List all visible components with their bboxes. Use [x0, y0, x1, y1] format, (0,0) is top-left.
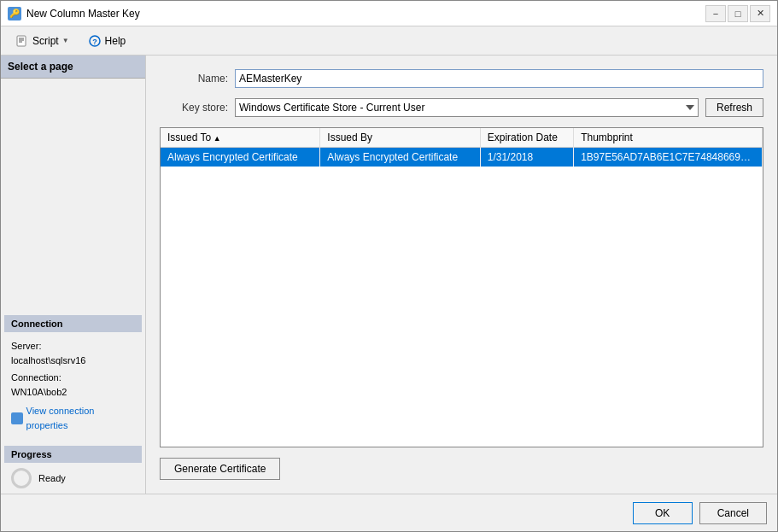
title-bar: 🔑 New Column Master Key − □ ✕: [1, 1, 777, 26]
sidebar-pages: [1, 79, 145, 308]
content-area: Name: Key store: Windows Certificate Sto…: [146, 56, 777, 494]
svg-text:?: ?: [92, 38, 97, 46]
generate-certificate-button[interactable]: Generate Certificate: [160, 458, 280, 480]
cell-thumbprint: 1B97E56AD7AB6E1C7E748486693AA8A43B9...: [574, 148, 763, 167]
window-controls: − □ ✕: [705, 5, 770, 22]
view-properties-link[interactable]: View connection properties: [11, 404, 135, 432]
script-label: Script: [32, 35, 59, 47]
connection-icon: [11, 412, 23, 424]
keystore-container: Windows Certificate Store - Current User…: [235, 98, 763, 117]
close-button[interactable]: ✕: [750, 5, 770, 22]
minimize-button[interactable]: −: [705, 5, 726, 22]
connection-header: Connection: [4, 315, 142, 332]
progress-header: Progress: [4, 446, 142, 463]
certificate-table-container: Issued To Issued By Expiration Date Thum…: [160, 127, 763, 447]
help-button[interactable]: ? Help: [80, 30, 134, 52]
table-row[interactable]: Always Encrypted CertificateAlways Encry…: [161, 148, 763, 167]
cancel-button[interactable]: Cancel: [699, 502, 767, 524]
keystore-select[interactable]: Windows Certificate Store - Current User…: [235, 98, 699, 117]
name-input[interactable]: [235, 69, 763, 88]
connection-value: WN10A\bob2: [11, 385, 135, 400]
table-header: Issued To Issued By Expiration Date Thum…: [161, 128, 763, 148]
key-icon: 🔑: [8, 7, 21, 20]
script-icon: [15, 34, 29, 48]
header-row: Issued To Issued By Expiration Date Thum…: [161, 128, 763, 148]
progress-section: Progress Ready: [1, 446, 145, 494]
server-value: localhost\sqlsrv16: [11, 354, 135, 368]
dialog-window: 🔑 New Column Master Key − □ ✕ Script ▼: [0, 0, 778, 532]
keystore-label: Key store:: [160, 102, 228, 114]
ok-button[interactable]: OK: [633, 502, 693, 524]
table-body: Always Encrypted CertificateAlways Encry…: [161, 148, 763, 167]
dialog-title: New Column Master Key: [26, 8, 140, 20]
refresh-button[interactable]: Refresh: [705, 98, 763, 117]
certificate-table: Issued To Issued By Expiration Date Thum…: [161, 128, 763, 167]
maximize-button[interactable]: □: [728, 5, 748, 22]
connection-section: Connection Server: localhost\sqlsrv16 Co…: [1, 315, 145, 436]
script-button[interactable]: Script ▼: [8, 30, 77, 52]
footer: OK Cancel: [1, 494, 777, 531]
toolbar: Script ▼ ? Help: [1, 26, 777, 56]
sidebar: Select a page Connection Server: localho…: [1, 56, 146, 494]
sidebar-header: Select a page: [1, 56, 145, 79]
script-dropdown-arrow: ▼: [62, 37, 69, 44]
col-expiration[interactable]: Expiration Date: [480, 128, 573, 148]
server-label: Server:: [11, 339, 135, 354]
view-properties-label: View connection properties: [26, 404, 135, 432]
keystore-row: Key store: Windows Certificate Store - C…: [160, 98, 763, 117]
server-info: Server: localhost\sqlsrv16 Connection: W…: [4, 336, 142, 436]
col-thumbprint[interactable]: Thumbprint: [574, 128, 763, 148]
svg-rect-0: [17, 36, 26, 46]
name-label: Name:: [160, 73, 228, 85]
connection-label: Connection:: [11, 371, 135, 385]
progress-content: Ready: [4, 463, 142, 494]
help-icon: ?: [88, 34, 102, 48]
name-row: Name:: [160, 69, 763, 88]
progress-spinner: [11, 468, 32, 488]
main-content: Select a page Connection Server: localho…: [1, 56, 777, 494]
title-bar-left: 🔑 New Column Master Key: [8, 7, 140, 20]
help-label: Help: [105, 35, 126, 47]
progress-status: Ready: [38, 473, 66, 483]
col-issued-to[interactable]: Issued To: [161, 128, 320, 148]
col-issued-by[interactable]: Issued By: [320, 128, 480, 148]
cell-expiration: 1/31/2018: [480, 148, 573, 167]
cell-issued_to: Always Encrypted Certificate: [161, 148, 320, 167]
cell-issued_by: Always Encrypted Certificate: [320, 148, 480, 167]
